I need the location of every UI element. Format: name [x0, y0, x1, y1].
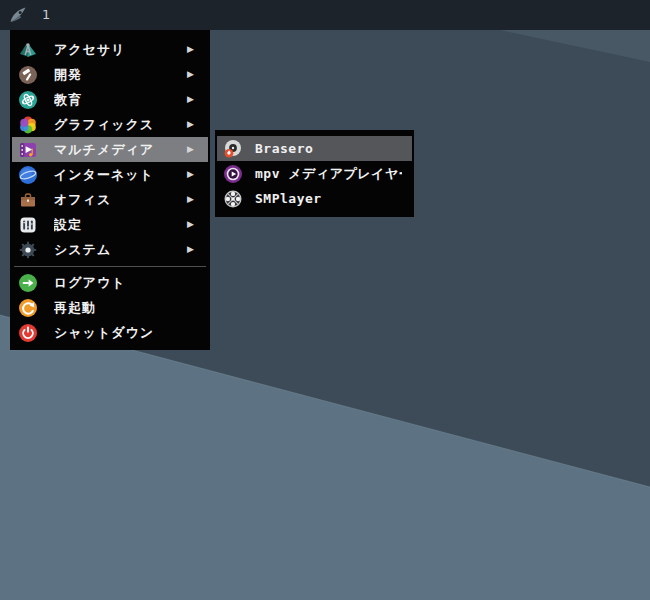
- multimedia-submenu: Braserompv メディアプレイヤーSMPlayer: [215, 130, 414, 217]
- settings-icon: [18, 215, 38, 235]
- submenu-arrow-icon: ▶: [187, 95, 194, 104]
- menu-item-label: Brasero: [255, 141, 402, 156]
- menu-item-brasero[interactable]: Brasero: [217, 136, 412, 161]
- menu-item-label: システム: [54, 241, 187, 259]
- menu-item-education[interactable]: 教育▶: [12, 87, 208, 112]
- submenu-arrow-icon: ▶: [187, 220, 194, 229]
- system-icon: [18, 240, 38, 260]
- reboot-icon: [18, 298, 38, 318]
- menu-item-settings[interactable]: 設定▶: [12, 212, 208, 237]
- accessories-icon: [18, 40, 38, 60]
- menu-item-reboot[interactable]: 再起動: [12, 295, 208, 320]
- multimedia-icon: [18, 140, 38, 160]
- menu-item-label: アクセサリ: [54, 41, 187, 59]
- menu-item-label: シャットダウン: [54, 324, 198, 342]
- graphics-icon: [18, 115, 38, 135]
- menu-item-label: ログアウト: [54, 274, 198, 292]
- development-icon: [18, 65, 38, 85]
- menu-item-graphics[interactable]: グラフィックス▶: [12, 112, 208, 137]
- menu-item-mpv[interactable]: mpv メディアプレイヤー: [217, 161, 412, 186]
- submenu-arrow-icon: ▶: [187, 195, 194, 204]
- submenu-arrow-icon: ▶: [187, 120, 194, 129]
- menu-item-label: マルチメディア: [54, 141, 187, 159]
- menu-item-system[interactable]: システム▶: [12, 237, 208, 262]
- workspace-button[interactable]: 1: [38, 0, 54, 30]
- logout-icon: [18, 273, 38, 293]
- menu-item-label: mpv メディアプレイヤー: [255, 165, 402, 183]
- menu-item-label: インターネット: [54, 166, 187, 184]
- menu-item-label: 設定: [54, 216, 187, 234]
- menu-item-label: 開発: [54, 66, 187, 84]
- rocket-icon[interactable]: [7, 4, 29, 26]
- submenu-arrow-icon: ▶: [187, 45, 194, 54]
- menu-item-accessories[interactable]: アクセサリ▶: [12, 37, 208, 62]
- top-bar: 1: [0, 0, 650, 30]
- submenu-arrow-icon: ▶: [187, 145, 194, 154]
- menu-item-label: グラフィックス: [54, 116, 187, 134]
- menu-item-label: オフィス: [54, 191, 187, 209]
- menu-separator: [14, 262, 206, 270]
- submenu-arrow-icon: ▶: [187, 170, 194, 179]
- menu-item-development[interactable]: 開発▶: [12, 62, 208, 87]
- menu-item-multimedia[interactable]: マルチメディア▶: [12, 137, 208, 162]
- menu-item-label: 教育: [54, 91, 187, 109]
- menu-item-internet[interactable]: インターネット▶: [12, 162, 208, 187]
- education-icon: [18, 90, 38, 110]
- brasero-icon: [223, 139, 243, 159]
- menu-item-label: 再起動: [54, 299, 198, 317]
- shutdown-icon: [18, 323, 38, 343]
- menu-item-logout[interactable]: ログアウト: [12, 270, 208, 295]
- menu-item-shutdown[interactable]: シャットダウン: [12, 320, 208, 345]
- office-icon: [18, 190, 38, 210]
- menu-item-label: SMPlayer: [255, 191, 402, 206]
- internet-icon: [18, 165, 38, 185]
- menu-item-smplayer[interactable]: SMPlayer: [217, 186, 412, 211]
- submenu-arrow-icon: ▶: [187, 70, 194, 79]
- mpv-icon: [223, 164, 243, 184]
- submenu-arrow-icon: ▶: [187, 245, 194, 254]
- applications-menu: アクセサリ▶開発▶教育▶グラフィックス▶マルチメディア▶インターネット▶オフィス…: [10, 30, 210, 350]
- smplayer-icon: [223, 189, 243, 209]
- menu-item-office[interactable]: オフィス▶: [12, 187, 208, 212]
